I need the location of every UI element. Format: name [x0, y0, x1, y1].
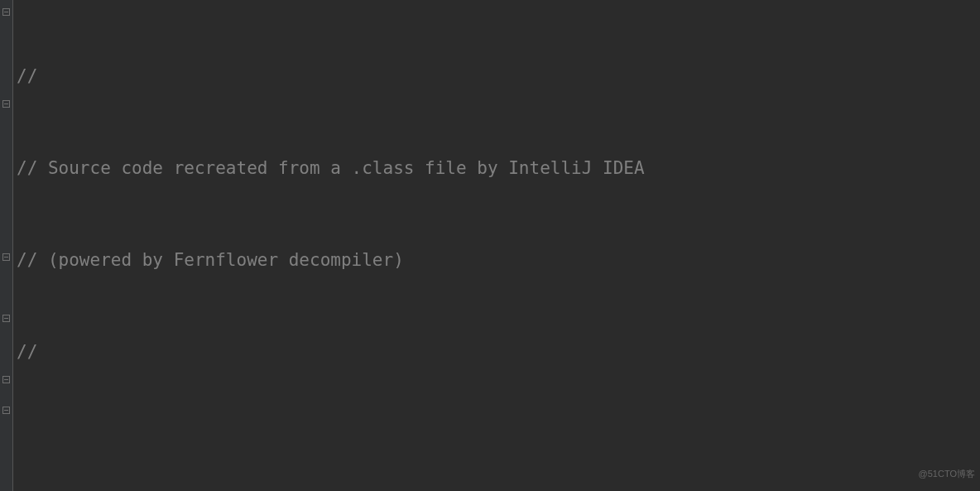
code-editor[interactable]: // // Source code recreated from a .clas…: [13, 0, 980, 491]
fold-marker-icon[interactable]: [2, 100, 10, 108]
fold-marker-icon[interactable]: [2, 315, 10, 322]
fold-marker-icon[interactable]: [2, 253, 10, 261]
fold-marker-icon[interactable]: [2, 407, 10, 414]
fold-marker-icon[interactable]: [2, 8, 10, 16]
comment: // Source code recreated from a .class f…: [17, 158, 645, 178]
comment: // (powered by Fernflower decompiler): [17, 250, 404, 270]
fold-marker-icon[interactable]: [2, 376, 10, 383]
watermark: @51CTO博客: [919, 459, 975, 489]
editor-gutter: [0, 0, 13, 491]
comment: //: [17, 342, 37, 362]
comment: //: [17, 66, 37, 86]
